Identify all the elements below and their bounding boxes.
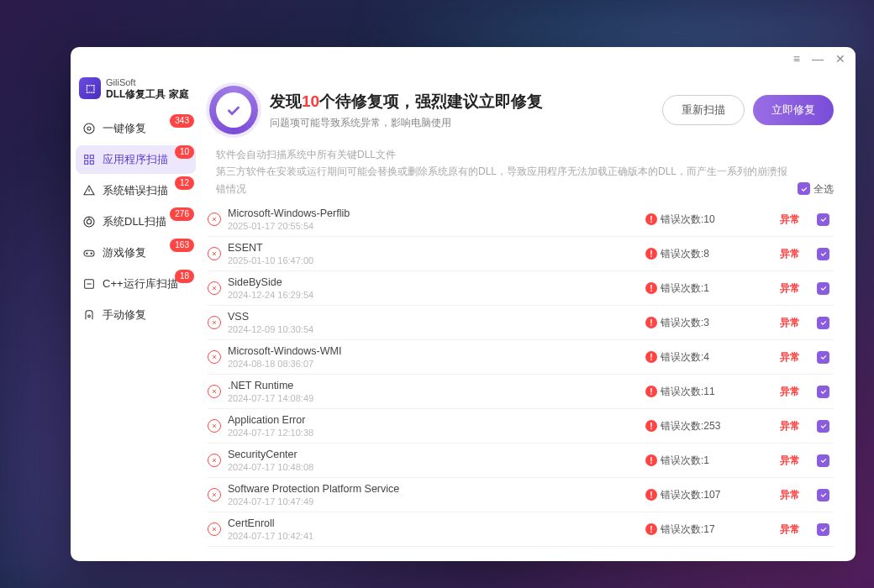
description: 软件会自动扫描系统中所有关键DLL文件 第三方软件在安装或运行期间可能会替换或删… [201, 146, 849, 202]
error-x-icon [208, 488, 221, 501]
brand: ⬚ GiliSoft DLL修复工具 家庭 [76, 74, 196, 114]
menu-icon[interactable]: ≡ [793, 52, 800, 66]
alert-icon: ! [645, 351, 657, 363]
app-logo-icon: ⬚ [79, 77, 101, 99]
sidebar-item-label: 系统错误扫描 [103, 183, 168, 198]
sidebar-item-label: 游戏修复 [103, 245, 146, 260]
row-checkbox[interactable] [817, 420, 829, 433]
row-checkbox[interactable] [817, 523, 829, 536]
issue-row[interactable]: SideBySide2024-12-24 16:29:54!错误次数:1异常 [208, 271, 834, 306]
error-count: !错误次数:10 [645, 213, 763, 227]
issue-name: SecurityCenter [228, 449, 639, 460]
svg-rect-5 [90, 160, 93, 164]
row-checkbox[interactable] [817, 351, 829, 364]
sidebar-item-oneclick[interactable]: 一键修复343 [76, 114, 196, 143]
status-circle-icon [209, 86, 258, 134]
svg-rect-4 [85, 160, 88, 164]
row-checkbox[interactable] [817, 454, 829, 467]
issue-time: 2024-12-24 16:29:54 [228, 290, 639, 300]
row-checkbox[interactable] [817, 282, 829, 295]
error-x-icon [208, 247, 221, 260]
sidebar-badge: 276 [170, 207, 194, 221]
sysdll-icon [82, 215, 96, 228]
issue-name: Application Error [228, 414, 639, 426]
appscan-icon [82, 153, 96, 166]
issue-name: VSS [228, 311, 639, 323]
alert-icon: ! [645, 248, 657, 260]
row-checkbox[interactable] [817, 386, 829, 398]
alert-icon: ! [645, 523, 657, 535]
issue-row[interactable]: Microsoft-Windows-Perflib2025-01-17 20:5… [208, 202, 834, 237]
header-title: 发现10个待修复项，强烈建议立即修复 [270, 91, 650, 113]
issue-name: SideBySide [228, 276, 639, 288]
issue-row[interactable]: SecurityCenter2024-07-17 10:48:08!错误次数:1… [208, 444, 834, 478]
issue-row[interactable]: .NET Runtime2024-07-17 14:08:49!错误次数:11异… [208, 375, 834, 409]
error-x-icon [208, 419, 221, 433]
sidebar-item-sysdll[interactable]: 系统DLL扫描276 [76, 207, 196, 236]
status-badge: 异常 [770, 385, 810, 399]
issue-row[interactable]: CertEnroll2024-07-17 10:42:41!错误次数:17异常 [208, 512, 834, 547]
cpp-icon [82, 277, 96, 291]
game-icon [82, 246, 96, 260]
titlebar: ≡ — ✕ [71, 47, 856, 71]
alert-icon: ! [645, 282, 657, 294]
issue-row[interactable]: VSS2024-12-09 10:30:54!错误次数:3异常 [208, 306, 834, 340]
nav-list: 一键修复343应用程序扫描10系统错误扫描12系统DLL扫描276游戏修复163… [76, 114, 196, 329]
sidebar-item-manual[interactable]: 手动修复 [76, 301, 196, 329]
status-badge: 异常 [770, 488, 810, 502]
issue-row[interactable]: Software Protection Platform Service2024… [208, 478, 834, 512]
issue-name: Software Protection Platform Service [228, 483, 639, 495]
main-panel: 发现10个待修复项，强烈建议立即修复 问题项可能导致系统异常，影响电脑使用 重新… [201, 71, 856, 561]
row-checkbox[interactable] [817, 213, 829, 226]
rescan-button[interactable]: 重新扫描 [662, 95, 745, 125]
oneclick-icon [82, 122, 96, 135]
error-count: !错误次数:4 [645, 350, 763, 365]
svg-point-12 [91, 253, 92, 254]
issue-list: Microsoft-Windows-Perflib2025-01-17 20:5… [201, 202, 849, 561]
status-badge: 异常 [770, 213, 810, 227]
issue-time: 2024-07-17 10:48:08 [228, 462, 639, 472]
header: 发现10个待修复项，强烈建议立即修复 问题项可能导致系统异常，影响电脑使用 重新… [201, 71, 849, 146]
svg-rect-10 [84, 250, 94, 256]
status-badge: 异常 [770, 419, 810, 433]
sidebar-item-game[interactable]: 游戏修复163 [76, 239, 196, 267]
alert-icon: ! [645, 489, 657, 501]
issue-row[interactable]: ESENT2025-01-10 16:47:00!错误次数:8异常 [208, 237, 834, 271]
error-count: !错误次数:11 [645, 385, 763, 399]
sidebar-item-cpp[interactable]: C++运行库扫描18 [76, 270, 196, 298]
error-x-icon [208, 281, 221, 295]
brand-company: GiliSoft [106, 77, 189, 88]
svg-point-11 [87, 253, 87, 254]
close-icon[interactable]: ✕ [835, 52, 845, 66]
sidebar-badge: 163 [170, 239, 194, 252]
issue-row[interactable]: Microsoft-Windows-WMI2024-08-18 08:36:07… [208, 340, 834, 375]
alert-icon: ! [645, 213, 657, 225]
row-checkbox[interactable] [817, 489, 829, 501]
error-count: !错误次数:253 [645, 419, 763, 433]
alert-icon: ! [645, 317, 657, 328]
desc-line2: 第三方软件在安装或运行期间可能会替换或删除系统原有的DLL，导致应用程序无法加载… [216, 163, 798, 197]
error-x-icon [208, 213, 221, 226]
sidebar-item-appscan[interactable]: 应用程序扫描10 [76, 145, 196, 174]
row-checkbox[interactable] [817, 317, 829, 329]
sidebar-item-syserr[interactable]: 系统错误扫描12 [76, 176, 196, 205]
sidebar-item-label: 应用程序扫描 [103, 152, 168, 167]
alert-icon: ! [645, 420, 657, 432]
status-badge: 异常 [770, 281, 810, 296]
svg-point-15 [88, 315, 91, 318]
select-all-toggle[interactable]: 全选 [798, 181, 834, 197]
issue-time: 2024-12-09 10:30:54 [228, 324, 639, 334]
issue-time: 2024-07-17 14:08:49 [228, 393, 639, 403]
minimize-icon[interactable]: — [812, 52, 824, 66]
issue-row[interactable]: Application Error2024-07-17 12:10:38!错误次… [208, 409, 834, 444]
sidebar-item-label: 系统DLL扫描 [103, 214, 166, 229]
sidebar-item-label: 一键修复 [103, 121, 146, 136]
status-badge: 异常 [770, 247, 810, 261]
row-checkbox[interactable] [817, 248, 829, 260]
alert-icon: ! [645, 386, 657, 397]
issue-name: ESENT [228, 242, 639, 254]
syserr-icon [82, 184, 96, 197]
issue-time: 2025-01-17 20:55:54 [228, 221, 639, 231]
fix-now-button[interactable]: 立即修复 [753, 95, 834, 125]
issue-time: 2024-07-17 10:47:49 [228, 496, 639, 507]
